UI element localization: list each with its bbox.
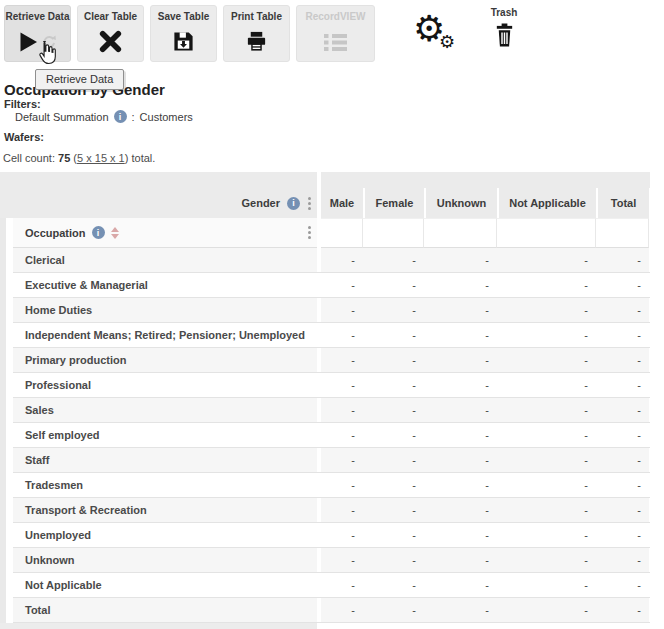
data-cell: - bbox=[321, 573, 363, 597]
row-label: Unknown bbox=[13, 548, 317, 572]
data-cell: - bbox=[363, 548, 424, 572]
data-cell: - bbox=[424, 523, 497, 547]
column-dimension-header[interactable]: Gender i bbox=[0, 188, 317, 218]
row-dimension-label: Occupation bbox=[25, 227, 86, 239]
column-dimension-row: Gender i MaleFemaleUnknownNot Applicable… bbox=[0, 188, 650, 218]
data-cell: - bbox=[321, 273, 363, 297]
cursor-pointer-icon bbox=[36, 40, 58, 69]
data-cell: - bbox=[363, 448, 424, 472]
data-cell: - bbox=[321, 373, 363, 397]
data-cell: - bbox=[424, 373, 497, 397]
filters-heading: Filters: bbox=[4, 98, 41, 110]
filter-separator: : bbox=[132, 111, 135, 123]
data-cell: - bbox=[596, 523, 649, 547]
data-cell: - bbox=[424, 573, 497, 597]
data-cell: - bbox=[424, 248, 497, 272]
row-label: Sales bbox=[13, 398, 317, 422]
data-cell: - bbox=[596, 348, 649, 372]
data-cell: - bbox=[497, 273, 596, 297]
empty-header-cell bbox=[363, 218, 424, 248]
filter-value: Customers bbox=[140, 111, 193, 123]
data-cell: - bbox=[596, 473, 649, 497]
sort-icon[interactable] bbox=[111, 227, 119, 239]
row-label: Clerical bbox=[13, 248, 317, 272]
toolbar-button-label: Print Table bbox=[231, 11, 282, 22]
cell-count-breakdown-link[interactable]: 5 x 15 x 1 bbox=[77, 152, 125, 164]
row-gutter bbox=[0, 218, 6, 623]
print-icon bbox=[245, 30, 268, 53]
data-cell: - bbox=[321, 473, 363, 497]
data-cell: - bbox=[321, 498, 363, 522]
row-dimension-header[interactable]: Occupation i bbox=[13, 218, 317, 248]
data-cell: - bbox=[321, 548, 363, 572]
data-cell: - bbox=[363, 523, 424, 547]
filter-item: Default Summation i : Customers bbox=[15, 110, 193, 123]
column-header: Unknown bbox=[424, 188, 497, 218]
kebab-menu-icon[interactable] bbox=[307, 196, 312, 211]
filter-name: Default Summation bbox=[15, 111, 109, 123]
info-icon[interactable]: i bbox=[287, 197, 300, 210]
small-gear-icon: ⚙ bbox=[439, 33, 455, 51]
wafers-heading: Wafers: bbox=[4, 131, 44, 143]
data-cell: - bbox=[363, 323, 424, 347]
empty-header-cell bbox=[596, 218, 649, 248]
column-header: Not Applicable bbox=[497, 188, 596, 218]
row-label: Tradesmen bbox=[13, 473, 317, 497]
empty-header-cell bbox=[424, 218, 497, 248]
clear-x-icon bbox=[98, 29, 123, 54]
data-cell: - bbox=[363, 273, 424, 297]
data-cell: - bbox=[497, 598, 596, 622]
cell-count-line: Cell count: 75 (5 x 15 x 1) total. bbox=[3, 152, 155, 164]
data-cell: - bbox=[596, 273, 649, 297]
row-label: Professional bbox=[13, 373, 317, 397]
data-cell: - bbox=[424, 273, 497, 297]
data-cell: - bbox=[497, 573, 596, 597]
data-cell: - bbox=[497, 373, 596, 397]
data-cell: - bbox=[497, 398, 596, 422]
data-cell: - bbox=[596, 598, 649, 622]
data-cell: - bbox=[363, 248, 424, 272]
data-cell: - bbox=[497, 423, 596, 447]
trash-button[interactable]: Trash bbox=[486, 7, 522, 48]
column-dimension-label: Gender bbox=[241, 197, 280, 209]
data-cell: - bbox=[424, 498, 497, 522]
table-row: Total----- bbox=[13, 598, 650, 623]
data-cell: - bbox=[363, 598, 424, 622]
row-label: Staff bbox=[13, 448, 317, 472]
data-cell: - bbox=[596, 248, 649, 272]
data-cell: - bbox=[363, 398, 424, 422]
data-cell: - bbox=[596, 373, 649, 397]
print-table-button[interactable]: Print Table bbox=[223, 5, 290, 62]
data-cell: - bbox=[321, 248, 363, 272]
data-cell: - bbox=[596, 398, 649, 422]
table-row: Transport & Recreation----- bbox=[13, 498, 650, 523]
data-cell: - bbox=[497, 323, 596, 347]
data-cell: - bbox=[497, 523, 596, 547]
empty-header-cell bbox=[497, 218, 596, 248]
row-label: Executive & Managerial bbox=[13, 273, 317, 297]
clear-table-button[interactable]: Clear Table bbox=[77, 5, 144, 62]
data-cell: - bbox=[321, 398, 363, 422]
table-row: Unemployed----- bbox=[13, 523, 650, 548]
trash-icon bbox=[493, 22, 516, 48]
table-top-band bbox=[0, 172, 650, 188]
column-header: Male bbox=[321, 188, 363, 218]
kebab-menu-icon[interactable] bbox=[307, 225, 312, 240]
crosstab-table: Gender i MaleFemaleUnknownNot Applicable… bbox=[0, 172, 650, 629]
data-cell: - bbox=[596, 323, 649, 347]
settings-gears-icon[interactable]: ⚙ ⚙ bbox=[413, 13, 461, 59]
row-label: Home Duties bbox=[13, 298, 317, 322]
table-row: Not Applicable----- bbox=[13, 573, 650, 598]
save-table-button[interactable]: Save Table bbox=[150, 5, 217, 62]
table-row: Tradesmen----- bbox=[13, 473, 650, 498]
empty-header-cell bbox=[321, 218, 363, 248]
data-cell: - bbox=[321, 448, 363, 472]
data-cell: - bbox=[321, 523, 363, 547]
info-icon[interactable]: i bbox=[92, 226, 105, 239]
column-header: Female bbox=[363, 188, 424, 218]
data-cell: - bbox=[363, 573, 424, 597]
data-cell: - bbox=[424, 423, 497, 447]
toolbar-button-label: RecordVIEW bbox=[305, 11, 365, 22]
info-icon[interactable]: i bbox=[114, 110, 127, 123]
data-cell: - bbox=[497, 248, 596, 272]
